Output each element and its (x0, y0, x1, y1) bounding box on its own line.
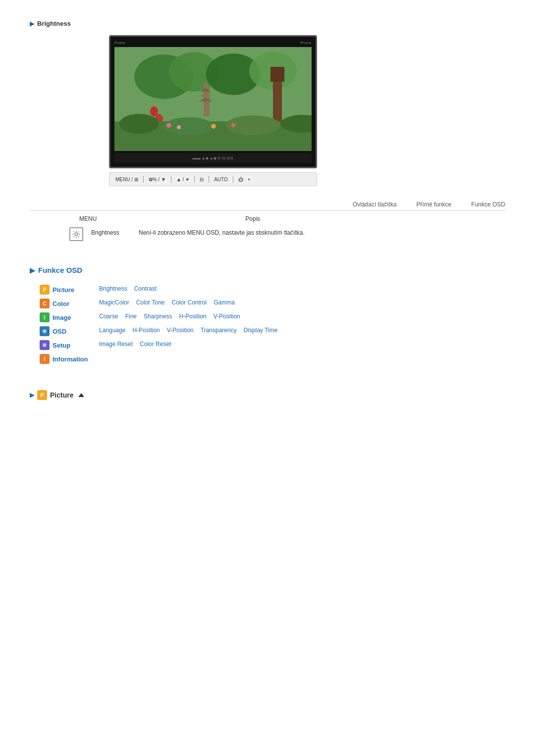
svg-point-24 (75, 233, 78, 236)
color-label[interactable]: Color (53, 300, 69, 307)
monitor-screen (114, 47, 312, 151)
picture-icon: P (40, 285, 50, 295)
svg-line-27 (73, 231, 74, 232)
monitor-controls-row: MENU / ⊞ ✿% / ▼ ▲ / ✦ ⊟ AUTO ⏻ • (109, 172, 317, 186)
osd-section: ▶ Funkce OSD P Picture Brightness Contra… (30, 266, 505, 365)
image-label[interactable]: Image (53, 314, 71, 321)
osd-col-header-information: i Information (40, 353, 99, 365)
power-ctrl-icon: ⏻ (238, 177, 243, 182)
osd-col-header-picture: P Picture (40, 283, 99, 296)
image-link-sharpness[interactable]: Sharpness (144, 311, 179, 322)
top-brightness-heading: ▶ Brightness (30, 20, 505, 27)
popis-label: Popis (245, 215, 260, 222)
osd-row-information: i Information (40, 353, 505, 365)
image-links: Coarse Fine Sharpness H-Position V-Posit… (99, 311, 247, 322)
svg-line-32 (78, 231, 79, 232)
svg-rect-13 (273, 77, 282, 126)
color-link-gamma[interactable]: Gamma (214, 297, 242, 308)
picture-link-contrast[interactable]: Contrast (134, 283, 163, 294)
osd-link-language[interactable]: Language (99, 325, 132, 336)
svg-line-28 (78, 236, 79, 237)
image-icon: I (40, 312, 50, 322)
svg-rect-14 (270, 67, 284, 82)
osd-col-header-setup: ⊞ Setup (40, 339, 99, 352)
osd-row-osd: ⊞ OSD Language H-Position V-Position Tra… (40, 325, 505, 338)
osd-title: Funkce OSD (38, 266, 82, 274)
osd-table: P Picture Brightness Contrast C Color Ma… (30, 283, 505, 365)
picture-bottom-heading: ▶ P Picture (30, 390, 505, 400)
osd-arrow-icon: ▶ (30, 266, 35, 274)
setup-links: Image Reset Color Reset (99, 339, 178, 350)
svg-point-22 (211, 124, 216, 129)
osd-row-image: I Image Coarse Fine Sharpness H-Position… (40, 311, 505, 324)
up-arrow-icon (78, 393, 84, 397)
osd-row-picture: P Picture Brightness Contrast (40, 283, 505, 296)
brightness-icon-box (69, 227, 83, 241)
osd-row-setup: ⊞ Setup Image Reset Color Reset (40, 339, 505, 352)
col-direct: Přímé funkce (417, 201, 452, 208)
image-link-hposition[interactable]: H-Position (179, 311, 213, 322)
dot-ctrl: • (248, 177, 250, 182)
osd-link-transparency[interactable]: Transparency (201, 325, 244, 336)
svg-point-20 (166, 123, 171, 128)
picture-bottom-arrow: ▶ (30, 392, 34, 399)
top-brightness-label: Brightness (37, 20, 71, 27)
image-link-coarse[interactable]: Coarse (99, 311, 125, 322)
monitor-controls-text: ▬▬ ▲◆ ▲◆ ⊟ ⊟ ⊟⊟ (193, 156, 234, 160)
svg-point-16 (119, 114, 159, 134)
information-label[interactable]: Information (53, 355, 88, 363)
image-link-fine[interactable]: Fine (125, 311, 144, 322)
menu-ctrl-label: MENU / ⊞ (115, 177, 138, 182)
color-link-magiccolor[interactable]: MagicColor (99, 297, 136, 308)
ctrl-sep-1 (143, 176, 144, 183)
table-section: Ovládací tlačítka Přímé funkce Funkce OS… (30, 201, 505, 241)
menu-popis-row: MENU Popis (30, 215, 505, 222)
picture-link-brightness[interactable]: Brightness (99, 283, 134, 294)
monitor-top-bar: Plain Plain (114, 41, 312, 45)
input-ctrl-label: ⊟ (200, 177, 204, 182)
table-columns-header: Ovládací tlačítka Přímé funkce Funkce OS… (30, 201, 505, 210)
col-control: Ovládací tlačítka (353, 201, 397, 208)
brightness-ctrl-label: ✿% / ▼ (149, 177, 166, 182)
osd-link-vposition[interactable]: V-Position (167, 325, 201, 336)
monitor-logo-right: Plain (300, 41, 312, 45)
osd-link-hposition[interactable]: H-Position (132, 325, 166, 336)
osd-row-label[interactable]: OSD (53, 328, 66, 335)
picture-label[interactable]: Picture (53, 286, 74, 294)
setup-icon: ⊞ (40, 340, 50, 350)
monitor-logo-left: Plain (114, 41, 126, 45)
color-icon: C (40, 299, 50, 308)
osd-icon: ⊞ (40, 326, 50, 336)
setup-link-imagereset[interactable]: Image Reset (99, 339, 140, 350)
svg-line-31 (73, 236, 74, 237)
position-ctrl-label: ▲ / ✦ (176, 177, 189, 182)
monitor-bottom-bar: ▬▬ ▲◆ ▲◆ ⊟ ⊟ ⊟⊟ (114, 153, 312, 163)
brightness-row-description: Není-li zobrazeno MENU OSD, nastavte jas… (139, 227, 305, 236)
setup-label[interactable]: Setup (53, 342, 70, 349)
col-osd: Funkce OSD (471, 201, 505, 208)
picture-links: Brightness Contrast (99, 283, 163, 294)
osd-col-header-osd: ⊞ OSD (40, 325, 99, 338)
osd-col-header-image: I Image (40, 311, 99, 324)
ctrl-sep-4 (209, 176, 209, 183)
svg-point-23 (231, 123, 235, 127)
osd-links: Language H-Position V-Position Transpare… (99, 325, 284, 336)
image-link-vposition[interactable]: V-Position (214, 311, 247, 322)
ctrl-sep-2 (171, 176, 171, 183)
setup-link-colorreset[interactable]: Color Reset (140, 339, 178, 350)
brightness-row-label: Brightness (91, 227, 131, 236)
auto-ctrl-label: AUTO (214, 177, 228, 182)
svg-point-21 (177, 125, 181, 129)
osd-section-heading: ▶ Funkce OSD (30, 266, 505, 274)
osd-link-displaytime[interactable]: Display Time (244, 325, 285, 336)
color-link-colorcontrol[interactable]: Color Control (172, 297, 214, 308)
osd-col-header-color: C Color (40, 297, 99, 310)
ctrl-sep-3 (194, 176, 195, 183)
brightness-table-row: Brightness Není-li zobrazeno MENU OSD, n… (30, 227, 505, 241)
svg-point-17 (164, 117, 214, 135)
info-icon: i (40, 354, 50, 364)
ctrl-sep-5 (233, 176, 233, 183)
monitor-illustration: Plain Plain (109, 35, 505, 186)
color-link-colortone[interactable]: Color Tone (136, 297, 172, 308)
monitor-frame: Plain Plain (109, 35, 317, 168)
